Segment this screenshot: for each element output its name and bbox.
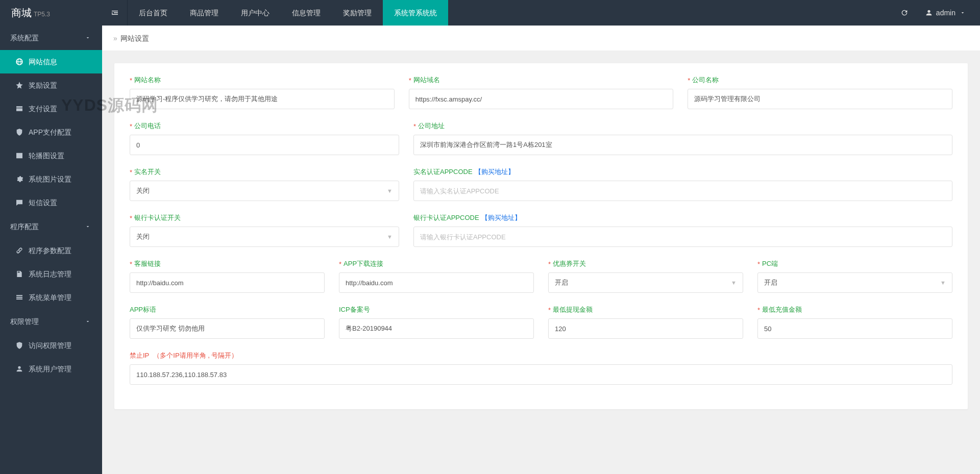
chevron-down-icon	[85, 223, 90, 229]
shield-icon	[15, 341, 23, 350]
min-recharge-input[interactable]	[757, 318, 952, 339]
realname-switch-select[interactable]: 关闭▼	[130, 181, 399, 201]
chevron-down-icon: ▼	[731, 280, 737, 286]
icp-input[interactable]	[339, 318, 534, 339]
realname-appcode-input[interactable]	[413, 181, 952, 201]
chevron-down-icon: ▼	[387, 234, 393, 240]
refresh-icon	[900, 9, 909, 17]
user-icon	[925, 9, 933, 17]
message-icon	[15, 198, 23, 207]
sidebar-item-sys-image[interactable]: 系统图片设置	[0, 167, 102, 191]
sidebar-item-menus[interactable]: 系统菜单管理	[0, 286, 102, 309]
company-name-input[interactable]	[688, 89, 952, 109]
realname-buy-link[interactable]: 【购买地址】	[475, 167, 514, 177]
chevron-down-icon	[85, 318, 90, 324]
star-icon	[15, 81, 23, 89]
chevron-down-icon	[85, 35, 90, 40]
ban-ip-input[interactable]	[130, 364, 952, 385]
gear-icon	[15, 175, 23, 183]
link-icon	[15, 246, 23, 255]
bankcard-buy-link[interactable]: 【购买地址】	[481, 213, 521, 222]
bankcard-appcode-input[interactable]	[413, 227, 952, 247]
menu-collapse-icon	[111, 9, 119, 17]
sidebar-group-program[interactable]: 程序配置	[0, 214, 102, 239]
sidebar-item-carousel[interactable]: 轮播图设置	[0, 144, 102, 167]
user-menu[interactable]: admin	[917, 0, 975, 26]
sidebar-item-app-payment[interactable]: APP支付配置	[0, 120, 102, 144]
menu-icon	[15, 293, 23, 302]
app-slogan-input[interactable]	[130, 318, 325, 339]
form-panel: *网站名称 *网站域名 *公司名称	[114, 63, 968, 409]
sidebar-item-sms[interactable]: 短信设置	[0, 191, 102, 214]
chevron-down-icon: ▼	[387, 188, 393, 194]
chevron-down-icon: ▼	[940, 280, 946, 286]
top-nav-goods[interactable]: 商品管理	[179, 0, 230, 26]
top-nav: 后台首页 商品管理 用户中心 信息管理 奖励管理 系统管系统统	[128, 0, 892, 26]
top-nav-info[interactable]: 信息管理	[281, 0, 332, 26]
top-nav-reward[interactable]: 奖励管理	[332, 0, 383, 26]
sidebar-item-sys-user[interactable]: 系统用户管理	[0, 357, 102, 381]
chevron-down-icon	[960, 10, 965, 15]
company-address-input[interactable]	[413, 135, 952, 155]
site-domain-input[interactable]	[409, 89, 674, 109]
sidebar-item-payment[interactable]: 支付设置	[0, 97, 102, 120]
company-phone-input[interactable]	[130, 135, 399, 155]
chevron-right-icon: »	[113, 26, 117, 51]
sidebar-item-logs[interactable]: 系统日志管理	[0, 262, 102, 286]
top-nav-system[interactable]: 系统管系统统	[383, 0, 448, 26]
sidebar-item-reward[interactable]: 奖励设置	[0, 73, 102, 97]
shield-icon	[15, 128, 23, 136]
sidebar-item-program-params[interactable]: 程序参数配置	[0, 239, 102, 262]
globe-icon	[15, 58, 23, 66]
doc-icon	[15, 270, 23, 278]
min-withdraw-input[interactable]	[548, 318, 743, 339]
app-download-input[interactable]	[339, 272, 534, 293]
bankcard-switch-select[interactable]: 关闭▼	[130, 227, 399, 247]
user-icon	[15, 365, 23, 373]
refresh-button[interactable]	[892, 0, 917, 26]
sidebar-toggle[interactable]	[102, 0, 128, 26]
image-icon	[15, 152, 23, 160]
sidebar: 系统配置 网站信息 奖励设置 支付设置 APP支付配置 轮播图设置 系统图片设置…	[0, 26, 102, 474]
top-nav-user[interactable]: 用户中心	[230, 0, 281, 26]
pc-switch-select[interactable]: 开启▼	[757, 272, 952, 293]
site-name-input[interactable]	[130, 89, 395, 109]
top-nav-home[interactable]: 后台首页	[128, 0, 179, 26]
sidebar-item-access[interactable]: 访问权限管理	[0, 334, 102, 357]
card-icon	[15, 105, 23, 113]
breadcrumb: » 网站设置	[102, 26, 980, 51]
sidebar-group-permission[interactable]: 权限管理	[0, 309, 102, 334]
kefu-link-input[interactable]	[130, 272, 325, 293]
brand-logo: 商城TP5.3	[0, 6, 102, 20]
user-name: admin	[936, 9, 955, 17]
sidebar-group-system[interactable]: 系统配置	[0, 26, 102, 50]
coupon-switch-select[interactable]: 开启▼	[548, 272, 743, 293]
sidebar-item-website-info[interactable]: 网站信息	[0, 50, 102, 73]
